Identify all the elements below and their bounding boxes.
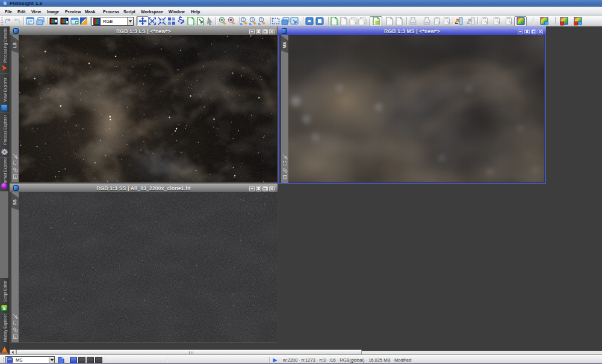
svg-text:LS: LS [13,42,17,48]
svg-text:S: S [2,306,6,311]
svg-text:SS: SS [13,199,17,205]
svg-text:1: 1 [14,335,16,339]
svg-text:1: 1 [14,175,16,179]
svg-text:1: 1 [284,176,286,179]
svg-text:MS: MS [282,42,287,48]
